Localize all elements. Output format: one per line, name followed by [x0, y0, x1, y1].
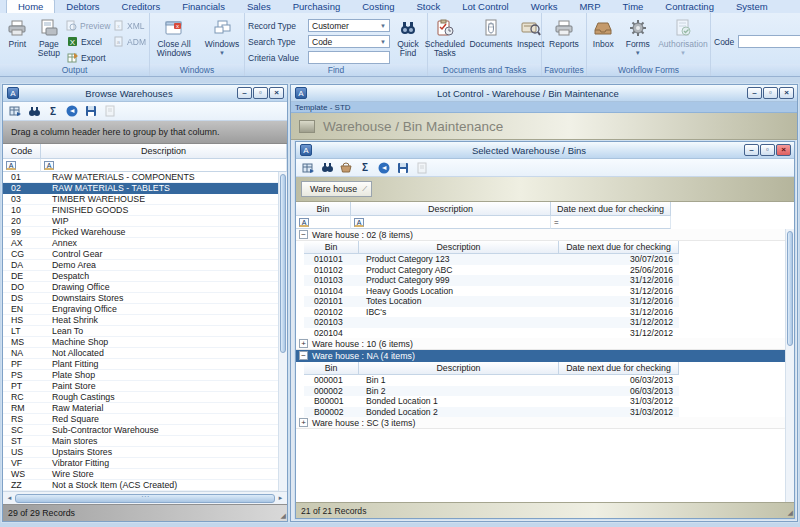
tab-sales[interactable]: Sales — [236, 0, 282, 13]
table-row[interactable]: 02010431/12/2012 — [304, 328, 679, 339]
table-row[interactable]: PFPlant Fitting — [3, 359, 287, 370]
tab-stock[interactable]: Stock — [405, 0, 451, 13]
refresh-icon[interactable] — [378, 162, 390, 174]
shortcut-code-input[interactable] — [738, 35, 800, 48]
adm-button[interactable]: a ADM — [112, 35, 146, 48]
column-header-bin[interactable]: Bin — [304, 362, 359, 375]
table-row[interactable]: MSMachine Shop — [3, 337, 287, 348]
find-binoculars-icon[interactable] — [321, 162, 333, 174]
table-row[interactable]: RCRough Castings — [3, 392, 287, 403]
maximize-button[interactable]: ▫ — [253, 87, 268, 99]
table-row[interactable]: ENEngraving Office — [3, 304, 287, 315]
collapse-icon[interactable]: − — [299, 351, 308, 360]
table-row[interactable]: STMain stores — [3, 436, 287, 447]
preview-button[interactable]: Preview — [66, 19, 110, 32]
column-header-description[interactable]: Description — [359, 362, 559, 375]
expand-icon[interactable]: + — [299, 418, 308, 427]
filter-date-cell[interactable]: = — [551, 216, 671, 229]
tab-financials[interactable]: Financials — [171, 0, 236, 13]
close-all-windows-button[interactable]: x Close All Windows — [153, 15, 195, 64]
table-row[interactable]: 01RAW MATERIALS - COMPONENTS — [3, 172, 287, 183]
table-row[interactable]: HSHeat Shrink — [3, 315, 287, 326]
lot-control-titlebar[interactable]: A Lot Control - Warehouse / Bin Maintena… — [291, 85, 797, 102]
print-button[interactable]: Print — [3, 15, 32, 64]
maximize-button[interactable]: ▫ — [763, 87, 778, 99]
browse-warehouses-titlebar[interactable]: A Browse Warehouses – ▫ × — [3, 85, 287, 102]
export-grid-icon[interactable] — [9, 105, 21, 117]
table-row[interactable]: NANot Allocated — [3, 348, 287, 359]
tab-time[interactable]: Time — [612, 0, 655, 13]
minimize-button[interactable]: – — [747, 87, 762, 99]
column-header-bin[interactable]: Bin — [296, 202, 351, 216]
record-type-select[interactable]: Customer ▼ — [308, 19, 390, 32]
table-row[interactable]: 010102Product Category ABC25/06/2016 — [304, 265, 679, 276]
table-row[interactable]: 000002Bin 206/03/2013 — [304, 386, 679, 397]
column-header-description[interactable]: Description — [359, 241, 559, 254]
close-button[interactable]: × — [779, 87, 794, 99]
filter-bin-cell[interactable]: A — [296, 216, 351, 229]
tab-creditors[interactable]: Creditors — [111, 0, 172, 13]
group-row[interactable]: −Ware house : NA (4 items) — [296, 350, 794, 362]
scroll-left-arrow[interactable]: ◄ — [5, 495, 14, 501]
column-header-description[interactable]: Description — [351, 202, 551, 216]
group-row[interactable]: +Ware house : SC (3 items) — [296, 417, 794, 429]
tab-lot-control[interactable]: Lot Control — [451, 0, 519, 13]
table-row[interactable]: DADemo Area — [3, 260, 287, 271]
selected-bins-titlebar[interactable]: A Selected Warehouse / Bins – ▫ × — [296, 142, 794, 159]
table-row[interactable]: PSPlate Shop — [3, 370, 287, 381]
forms-button[interactable]: Forms ▼ — [625, 15, 652, 64]
reports-button[interactable]: Reports — [545, 15, 583, 64]
tab-system[interactable]: System — [725, 0, 779, 13]
table-row[interactable]: AXAnnex — [3, 238, 287, 249]
inspect-button[interactable]: Inspect — [517, 15, 544, 64]
table-row[interactable]: 10FINISHED GOODS — [3, 205, 287, 216]
table-row[interactable]: 020101Totes Location31/12/2016 — [304, 296, 679, 307]
tab-contracting[interactable]: Contracting — [654, 0, 725, 13]
table-row[interactable]: WSWire Store — [3, 469, 287, 480]
table-row[interactable]: B00001Bonded Location 131/03/2012 — [304, 396, 679, 407]
table-row[interactable]: 010104Heavy Goods Location31/12/2016 — [304, 286, 679, 297]
table-row[interactable]: 02RAW MATERIALS - TABLETS — [3, 183, 287, 194]
tab-costing[interactable]: Costing — [351, 0, 405, 13]
horizontal-scrollbar[interactable]: ◄ ► — [3, 491, 287, 504]
resize-grip[interactable]: ◢ — [788, 509, 793, 517]
filter-code-cell[interactable]: A — [3, 159, 41, 172]
table-row[interactable]: 03TIMBER WAREHOUSE — [3, 194, 287, 205]
table-row[interactable]: 000001Bin 106/03/2013 — [304, 375, 679, 386]
tab-debtors[interactable]: Debtors — [55, 0, 110, 13]
scroll-right-arrow[interactable]: ► — [276, 495, 285, 501]
table-row[interactable]: DODrawing Office — [3, 282, 287, 293]
attachment-icon[interactable] — [416, 162, 428, 174]
table-row[interactable]: 02010331/12/2012 — [304, 317, 679, 328]
group-row[interactable]: −Ware house : 02 (8 items) — [296, 229, 794, 241]
xml-button[interactable]: x XML — [112, 19, 146, 32]
table-row[interactable]: PTPaint Store — [3, 381, 287, 392]
column-header-description[interactable]: Description — [41, 144, 287, 159]
criteria-value-input[interactable] — [308, 51, 390, 64]
table-row[interactable]: ZZNot a Stock Item (ACS Created) — [3, 480, 287, 491]
tab-purchasing[interactable]: Purchasing — [282, 0, 352, 13]
table-row[interactable]: VFVibrator Fitting — [3, 458, 287, 469]
tab-works[interactable]: Works — [520, 0, 569, 13]
tab-mrp[interactable]: MRP — [568, 0, 611, 13]
table-row[interactable]: 020102IBC's31/12/2016 — [304, 307, 679, 318]
column-header-code[interactable]: Code — [3, 144, 41, 159]
table-row[interactable]: CGControl Gear — [3, 249, 287, 260]
warehouse-group-button[interactable]: Ware house ⟋ — [301, 181, 372, 197]
table-row[interactable]: DEDespatch — [3, 271, 287, 282]
table-row[interactable]: RSRed Square — [3, 414, 287, 425]
table-row[interactable]: 20WIP — [3, 216, 287, 227]
sum-sigma-icon[interactable]: Σ — [47, 105, 59, 117]
resize-grip[interactable]: ◢ — [281, 512, 286, 520]
close-button[interactable]: × — [269, 87, 284, 99]
quick-find-button[interactable]: Quick Find — [392, 15, 424, 64]
minimize-button[interactable]: – — [744, 144, 759, 156]
save-icon[interactable] — [85, 105, 97, 117]
group-row[interactable]: +Ware house : 10 (6 items) — [296, 338, 794, 350]
search-type-select[interactable]: Code ▼ — [308, 35, 390, 48]
column-header-date[interactable]: Date next due for checking — [559, 362, 679, 375]
minimize-button[interactable]: – — [237, 87, 252, 99]
excel-button[interactable]: X Excel — [66, 35, 110, 48]
sum-sigma-icon[interactable]: Σ — [359, 162, 371, 174]
tab-home[interactable]: Home — [6, 0, 55, 13]
